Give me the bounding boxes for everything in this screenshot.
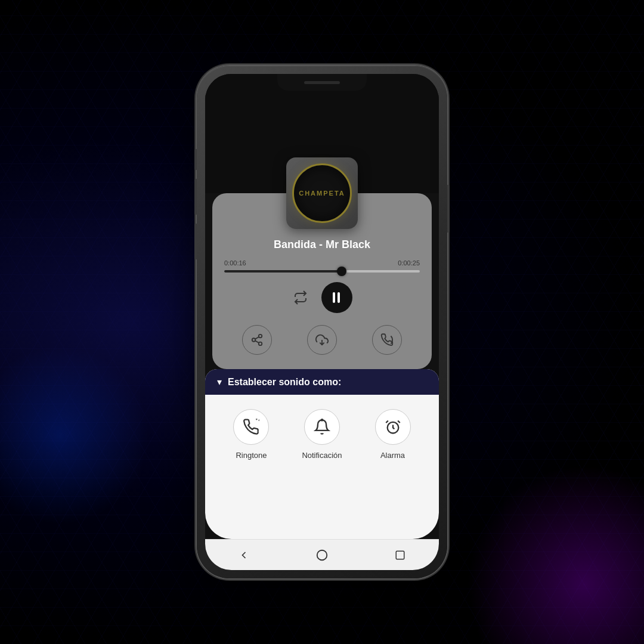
chevron-down-icon[interactable]: ▾ (217, 376, 222, 388)
progress-times: 0:00:16 0:00:25 (224, 259, 420, 267)
sound-options-container: Ringtone Notificación (205, 395, 439, 469)
svg-line-8 (386, 421, 388, 423)
svg-line-3 (255, 340, 259, 343)
pause-icon (333, 292, 341, 303)
pause-button[interactable] (321, 282, 352, 313)
home-button[interactable] (310, 543, 334, 567)
progress-thumb[interactable] (337, 267, 346, 276)
alarm-option[interactable]: Alarma (375, 409, 411, 460)
playback-controls (224, 282, 420, 313)
time-current: 0:00:16 (224, 259, 246, 267)
establish-sound-label: Establecer sonido como: (228, 377, 341, 388)
svg-point-10 (317, 550, 327, 560)
album-circle: CHAMPETA (292, 163, 352, 223)
volume-down-button[interactable] (194, 224, 197, 259)
ringtone-icon-circle (233, 409, 269, 445)
recent-apps-button[interactable] (388, 543, 412, 567)
svg-line-9 (398, 421, 400, 423)
phone-device: CHAMPETA Bandida - Mr Black 0:00:16 0:00… (197, 66, 447, 578)
speaker (304, 81, 340, 84)
pause-bar-left (333, 292, 335, 303)
phone-shell: CHAMPETA Bandida - Mr Black 0:00:16 0:00… (197, 66, 447, 578)
download-button[interactable] (307, 325, 337, 355)
svg-point-1 (252, 338, 255, 342)
notification-option[interactable]: Notificación (302, 409, 342, 460)
album-label: CHAMPETA (299, 190, 345, 197)
volume-toggle-button[interactable] (194, 149, 197, 170)
alarm-icon-circle (375, 409, 411, 445)
establish-sound-bar: ▾ Establecer sonido como: (205, 369, 439, 395)
progress-bar[interactable] (224, 270, 420, 273)
share-button[interactable] (242, 325, 272, 355)
ringtone-label: Ringtone (236, 451, 267, 460)
progress-fill (224, 270, 342, 273)
ringtone-option[interactable]: Ringtone (233, 409, 269, 460)
album-art-background: CHAMPETA (286, 157, 358, 229)
set-ringtone-button[interactable] (372, 325, 402, 355)
notch (277, 74, 367, 91)
volume-up-button[interactable] (194, 179, 197, 215)
svg-rect-11 (396, 551, 404, 559)
svg-point-6 (321, 419, 323, 420)
glow-purple (465, 465, 644, 644)
phone-screen: CHAMPETA Bandida - Mr Black 0:00:16 0:00… (205, 74, 439, 570)
bottom-panel: ▾ Establecer sonido como: (205, 369, 439, 539)
player-card: CHAMPETA Bandida - Mr Black 0:00:16 0:00… (212, 193, 432, 369)
navigation-bar (205, 539, 439, 570)
time-total: 0:00:25 (398, 259, 420, 267)
pause-bar-right (338, 292, 340, 303)
power-button[interactable] (447, 185, 450, 233)
glow-blue (0, 346, 149, 525)
notification-label: Notificación (302, 451, 342, 460)
action-buttons (224, 325, 420, 355)
back-button[interactable] (232, 543, 256, 567)
album-art-wrapper: CHAMPETA (224, 157, 420, 229)
alarm-label: Alarma (380, 451, 405, 460)
notification-icon-circle (304, 409, 340, 445)
song-title: Bandida - Mr Black (224, 239, 420, 251)
repeat-icon[interactable] (292, 289, 309, 306)
screen-content: CHAMPETA Bandida - Mr Black 0:00:16 0:00… (205, 74, 439, 570)
svg-point-0 (258, 335, 262, 338)
svg-line-4 (255, 337, 259, 339)
svg-point-2 (258, 342, 262, 346)
